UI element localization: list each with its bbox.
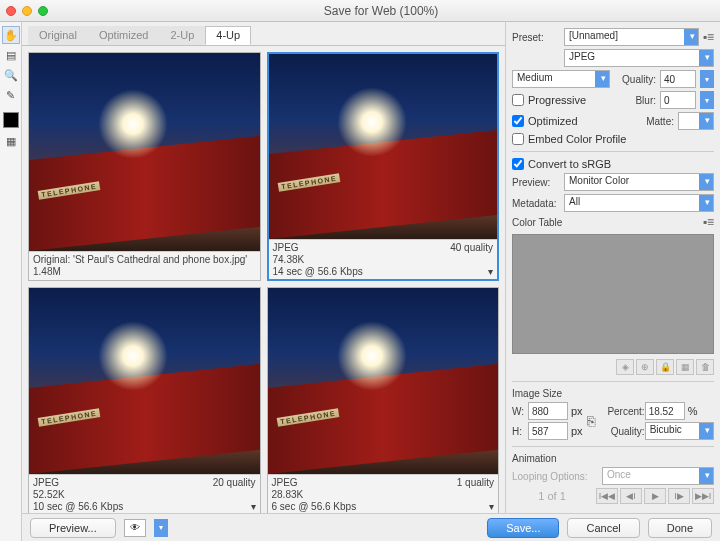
percent-input[interactable] [645,402,685,420]
titlebar: Save for Web (100%) [0,0,720,22]
divider [512,446,714,447]
animation-frame-indicator: 1 of 1 [512,490,592,502]
looping-select: Once [602,467,714,485]
footer: Preview... 👁 ▾ Save... Cancel Done [22,513,720,541]
preview-profile-label: Preview: [512,177,560,188]
panel-menu-icon[interactable]: ▾ [488,266,493,277]
preview-image: TELEPHONE [268,288,499,475]
preview-in-browser-icon[interactable]: 👁 [124,519,146,537]
animation-title: Animation [512,453,714,464]
anim-prev-icon: ◀I [620,488,642,504]
zoom-window-icon[interactable] [38,6,48,16]
ct-eyedropper-icon[interactable]: ◈ [616,359,634,375]
meta-filename: Original: 'St Paul's Cathedral and phone… [33,254,247,265]
window-title: Save for Web (100%) [48,4,714,18]
embed-profile-checkbox[interactable]: Embed Color Profile [512,133,626,145]
progressive-checkbox[interactable]: Progressive [512,94,586,106]
save-button[interactable]: Save... [487,518,559,538]
preview-cell-jpeg-1[interactable]: TELEPHONE JPEG1 quality 28.83K 6 sec @ 5… [267,287,500,516]
preview-meta: JPEG1 quality 28.83K 6 sec @ 56.6 Kbps▾ [268,474,499,514]
preset-select[interactable]: [Unnamed] [564,28,699,46]
preview-cell-jpeg-40[interactable]: TELEPHONE JPEG40 quality 74.38K 14 sec @… [267,52,500,281]
preset-label: Preset: [512,32,560,43]
color-table[interactable] [512,234,714,354]
animation-nav: I◀◀ ◀I ▶ I▶ ▶▶I [596,488,714,504]
width-input[interactable] [528,402,568,420]
meta-size: 1.48M [33,266,61,277]
eyedropper-color-swatch[interactable] [3,112,19,128]
ct-trash-icon[interactable]: 🗑 [696,359,714,375]
divider [512,381,714,382]
preview-meta: JPEG40 quality 74.38K 14 sec @ 56.6 Kbps… [269,239,498,279]
eyedropper-tool[interactable]: ✎ [2,86,20,104]
resample-quality-label: Quality: [599,426,645,437]
resample-quality-select[interactable]: Bicubic [645,422,714,440]
tab-2up[interactable]: 2-Up [159,26,205,45]
content: ✋ ▤ 🔍 ✎ ▦ Original Optimized 2-Up 4-Up T… [0,22,720,541]
ct-lock-icon[interactable]: 🔒 [656,359,674,375]
optimized-checkbox[interactable]: Optimized [512,115,578,127]
color-table-menu-icon[interactable]: ▪≡ [703,215,714,229]
zoom-tool[interactable]: 🔍 [2,66,20,84]
tab-optimized[interactable]: Optimized [88,26,160,45]
preview-profile-select[interactable]: Monitor Color [564,173,714,191]
cancel-button[interactable]: Cancel [567,518,639,538]
color-table-label: Color Table [512,217,562,228]
done-button[interactable]: Done [648,518,712,538]
tab-original[interactable]: Original [28,26,88,45]
preset-menu-icon[interactable]: ▪≡ [703,30,714,44]
anim-next-icon: I▶ [668,488,690,504]
blur-input[interactable] [660,91,696,109]
blur-stepper[interactable]: ▾ [700,91,714,109]
preview-grid: TELEPHONE Original: 'St Paul's Cathedral… [22,46,505,521]
settings-panel: Preset: [Unnamed] ▪≡ JPEG Medium Quality… [505,22,720,541]
height-label: H: [512,426,528,437]
panel-menu-icon[interactable]: ▾ [489,501,494,512]
height-input[interactable] [528,422,568,440]
preview-cell-jpeg-20[interactable]: TELEPHONE JPEG20 quality 52.52K 10 sec @… [28,287,261,516]
convert-srgb-checkbox[interactable]: Convert to sRGB [512,158,611,170]
width-label: W: [512,406,528,417]
view-tabs: Original Optimized 2-Up 4-Up [22,26,505,46]
tab-4up[interactable]: 4-Up [205,26,251,45]
blur-label: Blur: [618,95,656,106]
metadata-select[interactable]: All [564,194,714,212]
quality-label: Quality: [618,74,656,85]
hand-tool[interactable]: ✋ [2,26,20,44]
divider [512,151,714,152]
ct-new-icon[interactable]: ▦ [676,359,694,375]
preview-cell-original[interactable]: TELEPHONE Original: 'St Paul's Cathedral… [28,52,261,281]
link-wh-icon[interactable]: ⎘ [587,413,595,429]
looping-label: Looping Options: [512,471,598,482]
matte-select[interactable] [678,112,714,130]
quality-input[interactable] [660,70,696,88]
image-size-title: Image Size [512,388,714,399]
anim-first-icon: I◀◀ [596,488,618,504]
preview-area: Original Optimized 2-Up 4-Up TELEPHONE O… [22,22,505,541]
anim-last-icon: ▶▶I [692,488,714,504]
anim-play-icon: ▶ [644,488,666,504]
tool-palette: ✋ ▤ 🔍 ✎ ▦ [0,22,22,541]
format-select[interactable]: JPEG [564,49,714,67]
ct-add-icon[interactable]: ⊕ [636,359,654,375]
matte-label: Matte: [636,116,674,127]
preview-button[interactable]: Preview... [30,518,116,538]
minimize-window-icon[interactable] [22,6,32,16]
preview-meta: JPEG20 quality 52.52K 10 sec @ 56.6 Kbps… [29,474,260,514]
percent-label: Percent: [599,406,645,417]
color-table-tools: ◈ ⊕ 🔒 ▦ 🗑 [512,359,714,375]
preview-image: TELEPHONE [29,288,260,475]
preview-image: TELEPHONE [269,54,498,239]
preview-browser-menu[interactable]: ▾ [154,519,168,537]
preview-image: TELEPHONE [29,53,260,251]
window-controls [6,6,48,16]
slice-select-tool[interactable]: ▤ [2,46,20,64]
quality-preset-select[interactable]: Medium [512,70,610,88]
preview-meta: Original: 'St Paul's Cathedral and phone… [29,251,260,280]
toggle-slices-visibility[interactable]: ▦ [2,134,20,148]
metadata-label: Metadata: [512,198,560,209]
quality-stepper[interactable]: ▾ [700,70,714,88]
panel-menu-icon[interactable]: ▾ [251,501,256,512]
close-window-icon[interactable] [6,6,16,16]
